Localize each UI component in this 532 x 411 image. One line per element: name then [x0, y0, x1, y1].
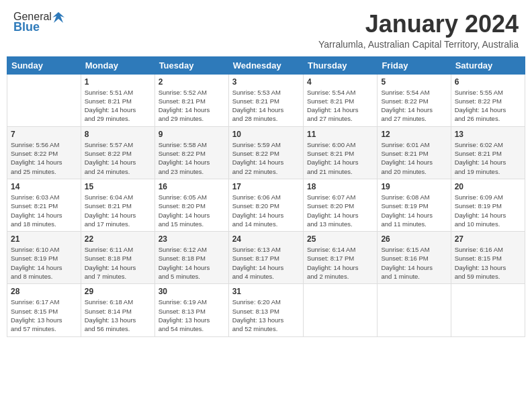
day-number: 21: [11, 234, 77, 244]
calendar-cell: 6Sunrise: 5:55 AMSunset: 8:22 PMDaylight…: [451, 74, 525, 126]
calendar-cell: 20Sunrise: 6:09 AMSunset: 8:19 PMDayligh…: [451, 179, 525, 231]
day-info: Sunrise: 6:00 AMSunset: 8:21 PMDaylight:…: [307, 140, 373, 176]
calendar-cell: 15Sunrise: 6:04 AMSunset: 8:21 PMDayligh…: [81, 179, 154, 231]
calendar-cell: 8Sunrise: 5:57 AMSunset: 8:22 PMDaylight…: [81, 126, 154, 179]
calendar-cell: 31Sunrise: 6:20 AMSunset: 8:13 PMDayligh…: [228, 284, 303, 336]
calendar-cell: 23Sunrise: 6:12 AMSunset: 8:18 PMDayligh…: [154, 232, 228, 284]
day-info: Sunrise: 6:18 AMSunset: 8:14 PMDaylight:…: [85, 298, 151, 333]
day-info: Sunrise: 6:16 AMSunset: 8:15 PMDaylight:…: [455, 245, 521, 281]
calendar-cell: 16Sunrise: 6:05 AMSunset: 8:20 PMDayligh…: [154, 179, 228, 231]
day-info: Sunrise: 6:05 AMSunset: 8:20 PMDaylight:…: [159, 193, 225, 228]
page-header: General Blue January 2024 Yarralumla, Au…: [7, 7, 525, 54]
day-number: 17: [232, 182, 300, 191]
calendar-week-row: 21Sunrise: 6:10 AMSunset: 8:19 PMDayligh…: [7, 232, 525, 284]
calendar-cell: 25Sunrise: 6:14 AMSunset: 8:17 PMDayligh…: [303, 232, 377, 284]
calendar-cell: 12Sunrise: 6:01 AMSunset: 8:21 PMDayligh…: [378, 126, 451, 179]
day-number: 13: [455, 130, 521, 139]
day-number: 28: [11, 287, 77, 296]
day-info: Sunrise: 6:14 AMSunset: 8:17 PMDaylight:…: [307, 245, 373, 281]
calendar-week-row: 1Sunrise: 5:51 AMSunset: 8:21 PMDaylight…: [7, 74, 525, 126]
day-header-sunday: Sunday: [7, 56, 81, 74]
calendar-cell: 11Sunrise: 6:00 AMSunset: 8:21 PMDayligh…: [303, 126, 377, 179]
day-number: 16: [159, 182, 225, 191]
day-info: Sunrise: 6:06 AMSunset: 8:20 PMDaylight:…: [232, 193, 300, 228]
calendar-cell: 5Sunrise: 5:54 AMSunset: 8:22 PMDaylight…: [378, 74, 451, 126]
day-info: Sunrise: 5:55 AMSunset: 8:22 PMDaylight:…: [455, 88, 521, 124]
day-header-friday: Friday: [378, 56, 451, 74]
day-header-thursday: Thursday: [303, 56, 377, 74]
day-info: Sunrise: 5:52 AMSunset: 8:21 PMDaylight:…: [159, 88, 225, 124]
day-number: 9: [159, 130, 225, 139]
day-info: Sunrise: 6:01 AMSunset: 8:21 PMDaylight:…: [381, 140, 447, 176]
day-number: 6: [455, 77, 521, 87]
day-info: Sunrise: 6:03 AMSunset: 8:21 PMDaylight:…: [11, 193, 77, 228]
calendar-cell: 21Sunrise: 6:10 AMSunset: 8:19 PMDayligh…: [7, 232, 81, 284]
day-info: Sunrise: 5:53 AMSunset: 8:21 PMDaylight:…: [232, 88, 300, 124]
day-number: 3: [232, 77, 300, 87]
calendar-header-row: SundayMondayTuesdayWednesdayThursdayFrid…: [7, 56, 525, 74]
day-info: Sunrise: 6:19 AMSunset: 8:13 PMDaylight:…: [159, 298, 225, 333]
logo-blue-text: Blue: [13, 20, 40, 34]
month-title: January 2024: [318, 11, 519, 38]
day-header-tuesday: Tuesday: [154, 56, 228, 74]
calendar-cell: [303, 284, 377, 336]
day-number: 19: [381, 182, 447, 191]
day-info: Sunrise: 6:15 AMSunset: 8:16 PMDaylight:…: [381, 245, 447, 281]
svg-marker-0: [52, 12, 64, 23]
day-info: Sunrise: 6:13 AMSunset: 8:17 PMDaylight:…: [232, 245, 300, 281]
day-info: Sunrise: 6:02 AMSunset: 8:21 PMDaylight:…: [455, 140, 521, 176]
calendar-cell: 1Sunrise: 5:51 AMSunset: 8:21 PMDaylight…: [81, 74, 154, 126]
day-info: Sunrise: 5:59 AMSunset: 8:22 PMDaylight:…: [232, 140, 300, 176]
day-info: Sunrise: 5:54 AMSunset: 8:22 PMDaylight:…: [381, 88, 447, 124]
day-number: 30: [159, 287, 225, 296]
day-number: 5: [381, 77, 447, 87]
calendar-cell: 3Sunrise: 5:53 AMSunset: 8:21 PMDaylight…: [228, 74, 303, 126]
day-info: Sunrise: 5:56 AMSunset: 8:22 PMDaylight:…: [11, 140, 77, 176]
day-info: Sunrise: 5:57 AMSunset: 8:22 PMDaylight:…: [85, 140, 151, 176]
calendar-cell: [7, 74, 81, 126]
day-header-saturday: Saturday: [451, 56, 525, 74]
calendar-cell: 2Sunrise: 5:52 AMSunset: 8:21 PMDaylight…: [154, 74, 228, 126]
calendar-cell: [451, 284, 525, 336]
calendar-table: SundayMondayTuesdayWednesdayThursdayFrid…: [7, 56, 525, 337]
day-header-wednesday: Wednesday: [228, 56, 303, 74]
day-number: 11: [307, 130, 373, 139]
calendar-cell: 30Sunrise: 6:19 AMSunset: 8:13 PMDayligh…: [154, 284, 228, 336]
calendar-cell: 10Sunrise: 5:59 AMSunset: 8:22 PMDayligh…: [228, 126, 303, 179]
calendar-cell: [378, 284, 451, 336]
calendar-cell: 28Sunrise: 6:17 AMSunset: 8:15 PMDayligh…: [7, 284, 81, 336]
calendar-cell: 13Sunrise: 6:02 AMSunset: 8:21 PMDayligh…: [451, 126, 525, 179]
day-info: Sunrise: 6:04 AMSunset: 8:21 PMDaylight:…: [85, 193, 151, 228]
title-block: January 2024 Yarralumla, Australian Capi…: [318, 11, 519, 50]
calendar-week-row: 14Sunrise: 6:03 AMSunset: 8:21 PMDayligh…: [7, 179, 525, 231]
day-info: Sunrise: 5:51 AMSunset: 8:21 PMDaylight:…: [85, 88, 151, 124]
day-info: Sunrise: 6:09 AMSunset: 8:19 PMDaylight:…: [455, 193, 521, 228]
day-number: 22: [85, 234, 151, 244]
day-number: 1: [85, 77, 151, 87]
day-number: 27: [455, 234, 521, 244]
day-number: 25: [307, 234, 373, 244]
calendar-cell: 9Sunrise: 5:58 AMSunset: 8:22 PMDaylight…: [154, 126, 228, 179]
day-info: Sunrise: 6:11 AMSunset: 8:18 PMDaylight:…: [85, 245, 151, 281]
day-number: 15: [85, 182, 151, 191]
day-info: Sunrise: 6:20 AMSunset: 8:13 PMDaylight:…: [232, 298, 300, 333]
day-number: 23: [159, 234, 225, 244]
day-number: 2: [159, 77, 225, 87]
calendar-cell: 18Sunrise: 6:07 AMSunset: 8:20 PMDayligh…: [303, 179, 377, 231]
calendar-cell: 29Sunrise: 6:18 AMSunset: 8:14 PMDayligh…: [81, 284, 154, 336]
calendar-cell: 26Sunrise: 6:15 AMSunset: 8:16 PMDayligh…: [378, 232, 451, 284]
calendar-cell: 14Sunrise: 6:03 AMSunset: 8:21 PMDayligh…: [7, 179, 81, 231]
day-number: 8: [85, 130, 151, 139]
calendar-cell: 7Sunrise: 5:56 AMSunset: 8:22 PMDaylight…: [7, 126, 81, 179]
day-info: Sunrise: 6:08 AMSunset: 8:19 PMDaylight:…: [381, 193, 447, 228]
logo: General Blue: [13, 11, 64, 34]
day-header-monday: Monday: [81, 56, 154, 74]
calendar-cell: 19Sunrise: 6:08 AMSunset: 8:19 PMDayligh…: [378, 179, 451, 231]
day-info: Sunrise: 6:10 AMSunset: 8:19 PMDaylight:…: [11, 245, 77, 281]
calendar-week-row: 7Sunrise: 5:56 AMSunset: 8:22 PMDaylight…: [7, 126, 525, 179]
day-number: 20: [455, 182, 521, 191]
day-number: 4: [307, 77, 373, 87]
calendar-cell: 27Sunrise: 6:16 AMSunset: 8:15 PMDayligh…: [451, 232, 525, 284]
calendar-cell: 24Sunrise: 6:13 AMSunset: 8:17 PMDayligh…: [228, 232, 303, 284]
day-number: 18: [307, 182, 373, 191]
